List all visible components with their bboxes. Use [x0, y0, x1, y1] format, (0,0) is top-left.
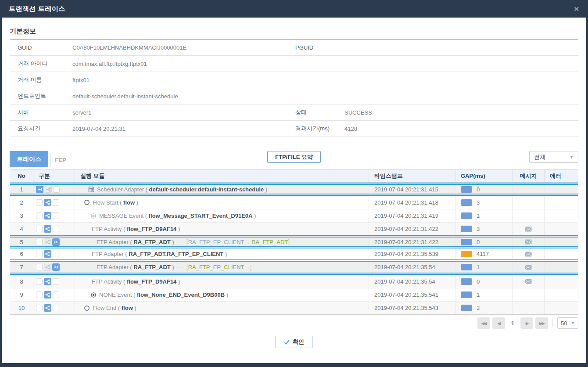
empty-icon: [53, 212, 59, 219]
message-cell: [513, 288, 545, 301]
message-envelope-icon[interactable]: [525, 265, 532, 270]
gap-cell: 4117: [455, 248, 513, 259]
timestamp-cell: 2019-07-04 20:21:35.543: [369, 302, 455, 314]
module-text: Flow Start (: [93, 199, 123, 206]
close-icon[interactable]: ✕: [574, 6, 579, 12]
filter-dropdown[interactable]: 전체 ▼: [529, 151, 578, 163]
basic-info-table: GUIDC0A80F10LMLHNABHDKMMACIJ0000001EPGUI…: [10, 40, 578, 137]
footer-actions: 확인: [10, 336, 578, 348]
tabs: 트레이스 FEP: [10, 151, 71, 167]
error-cell: [545, 262, 578, 273]
trace-row[interactable]: 1Scheduler Adapter ( default-scheduler.d…: [10, 183, 578, 196]
info-label: 서버: [10, 108, 72, 116]
row-number: 3: [10, 209, 33, 222]
info-label: 요청시간: [10, 125, 72, 133]
module-text: ): [223, 251, 227, 257]
info-row: 요청시간2019-07-04 20:21:31경과시간(ms)4128: [10, 121, 578, 137]
info-value-right: 4128: [344, 126, 578, 132]
row-number: 4: [10, 223, 33, 235]
info-value: ftptx01: [72, 77, 287, 83]
flow-gray-icon: [45, 186, 52, 193]
trace-row[interactable]: 6FTP Adapter ( RA_FTP_ADT.RA_FTP_EP_CLIE…: [10, 248, 578, 262]
error-cell: [545, 237, 578, 246]
tab-trace[interactable]: 트레이스: [10, 151, 48, 167]
row-number: 7: [10, 262, 33, 273]
row-number: 2: [10, 196, 33, 209]
basic-info-heading: 기본정보: [10, 27, 578, 40]
empty-icon: [36, 251, 43, 257]
info-value: server1: [72, 109, 287, 116]
gap-bar: [461, 278, 472, 285]
info-label-right: 상태: [287, 108, 344, 116]
tab-fep[interactable]: FEP: [50, 153, 71, 167]
gap-cell: 2: [455, 302, 513, 314]
info-row: 엔드포인트default-scheduler.default-instant-s…: [10, 88, 578, 104]
error-cell: [545, 185, 578, 194]
timestamp-cell: 2019-07-04 20:21:35.539: [369, 248, 455, 259]
trace-row[interactable]: 9NONE Event ( flow_None_END_Event_D9B00B…: [10, 288, 578, 301]
ftp-file-summary-button[interactable]: FTP/FILE 요약: [267, 151, 321, 163]
flow-blue-icon: [44, 199, 51, 206]
info-row: GUIDC0A80F10LMLHNABHDKMMACIJ0000001EPGUI…: [10, 40, 578, 56]
module-name: flow_Message_START_Event_D91E0A: [149, 212, 253, 219]
tag-close-bracket: ]: [288, 238, 290, 245]
trace-row[interactable]: 3MESSAGE Event ( flow_Message_START_Even…: [10, 209, 578, 222]
info-label: GUID: [10, 44, 72, 51]
module-name: flow_FTP_D9AF14: [127, 226, 176, 232]
column-header: 에러: [545, 169, 578, 182]
row-number: 5: [10, 237, 33, 246]
tag-arrow-icon: →: [244, 239, 250, 245]
flow-blue-icon: [44, 278, 51, 285]
module-cell: MESSAGE Event ( flow_Message_START_Event…: [75, 209, 369, 222]
info-value: com.tmax.afl.ftp.ftptxg.ftptx01: [72, 61, 287, 67]
column-header: No: [10, 169, 33, 182]
message-envelope-icon[interactable]: [525, 252, 532, 257]
page-size-select[interactable]: 50▼: [557, 317, 578, 329]
trace-row[interactable]: 8FTP Activity ( flow_FTP_D9AF14 )2019-07…: [10, 275, 578, 288]
module-text: ): [171, 239, 174, 245]
chevron-down-icon: ▼: [571, 321, 575, 325]
trace-row[interactable]: 2Flow Start ( flow )2019-07-04 20:21:31.…: [10, 196, 578, 209]
column-header: 메시지: [513, 169, 545, 182]
message-cell: [513, 262, 545, 273]
module-cell: FTP Activity ( flow_FTP_D9AF14 ): [75, 275, 369, 288]
timestamp-cell: 2019-07-04 20:21:35.54: [369, 275, 455, 288]
flow-gray-icon: [44, 238, 51, 245]
trace-row[interactable]: 7FTP Adapter ( RA_FTP_ADT )···[RA_FTP_EP…: [10, 262, 578, 275]
row-type-icons: [33, 262, 75, 273]
flow-gray-icon: [44, 264, 51, 271]
info-row: 서버server1상태SUCCESS: [10, 104, 578, 121]
check-icon: [284, 340, 290, 345]
next-page-button[interactable]: ▶: [520, 317, 533, 329]
module-name: RA_FTP_ADT: [133, 239, 171, 245]
row-number: 8: [10, 275, 33, 288]
info-row: 거래 아이디com.tmax.afl.ftp.ftptxg.ftptx01: [10, 56, 578, 72]
info-value: 2019-07-04 20:21:31: [72, 126, 287, 132]
empty-icon: [53, 278, 59, 285]
calendar-icon: [88, 186, 94, 192]
module-name: flow: [123, 199, 135, 206]
module-cell: FTP Adapter ( RA_FTP_ADT )···[RA_FTP_EP_…: [75, 262, 369, 273]
confirm-button[interactable]: 확인: [276, 336, 312, 348]
error-cell: [545, 223, 578, 235]
trace-row[interactable]: 5FTP Adapter ( RA_FTP_ADT )···[RA_FTP_EP…: [10, 235, 578, 248]
message-envelope-icon[interactable]: [525, 239, 532, 245]
module-name: RA_FTP_ADT.RA_FTP_EP_CLIENT: [129, 251, 223, 257]
prev-page-button[interactable]: ◀: [492, 317, 505, 329]
modal-header: 트랜잭션 트레이스 ✕: [0, 0, 588, 18]
trace-table-body: 1Scheduler Adapter ( default-scheduler.d…: [10, 183, 578, 314]
message-envelope-icon[interactable]: [525, 227, 532, 232]
first-page-button[interactable]: ◀◀: [477, 317, 490, 329]
gap-cell: 0: [455, 275, 513, 288]
module-text: Scheduler Adapter (: [97, 186, 149, 193]
module-text: FTP Adapter (: [97, 264, 133, 270]
trace-row[interactable]: 4FTP Activity ( flow_FTP_D9AF14 )2019-07…: [10, 222, 578, 235]
message-envelope-icon[interactable]: [525, 279, 532, 284]
gap-bar: [461, 239, 472, 245]
circle-icon: [84, 305, 90, 311]
tag-endpoint-name: RA_FTP_EP_CLIENT: [188, 264, 244, 270]
row-number: 6: [10, 248, 33, 259]
trace-row[interactable]: 10Flow End ( flow )2019-07-04 20:21:35.5…: [10, 301, 578, 314]
module-text: ): [171, 264, 174, 270]
last-page-button[interactable]: ▶▶: [535, 317, 548, 329]
